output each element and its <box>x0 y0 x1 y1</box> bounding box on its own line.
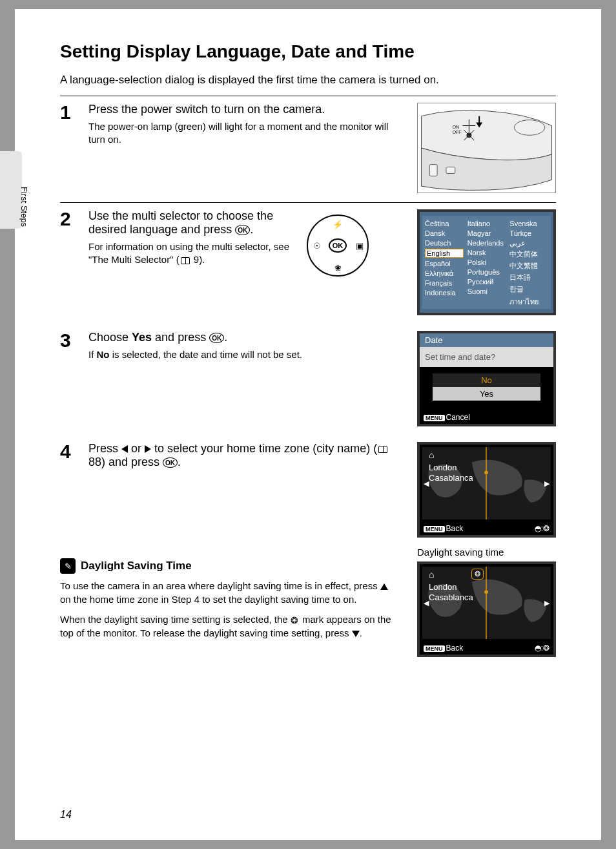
map-footer-right: ◓:❂ <box>535 644 549 653</box>
ok-button-illustration: OK <box>329 238 347 253</box>
right-arrow-icon <box>145 445 151 453</box>
map-footer-left: MENUBack <box>424 644 463 653</box>
text: 88) and press <box>88 456 163 468</box>
note-paragraph: When the daylight saving time setting is… <box>60 613 396 640</box>
book-icon <box>378 446 387 453</box>
page-number: 14 <box>60 809 72 821</box>
multi-selector-illustration: ⚡ ❀ ☉ ▣ OK <box>307 215 369 277</box>
text: To use the camera in an area where dayli… <box>60 580 380 591</box>
text: . <box>360 627 362 638</box>
left-arrow-icon: ◀ <box>424 599 429 607</box>
lang-item: Svenska <box>509 220 548 227</box>
macro-icon: ❀ <box>334 263 342 273</box>
dst-section: ✎ Daylight Saving Time To use the camera… <box>60 547 556 657</box>
lang-item: Dansk <box>425 229 464 237</box>
step-number: 4 <box>60 442 77 461</box>
lang-item: عربي <box>509 239 548 247</box>
text: and press <box>152 331 209 344</box>
step-title: Use the multi selector to choose the des… <box>88 209 295 236</box>
menu-badge: MENU <box>424 645 445 652</box>
text: Press <box>88 442 121 455</box>
cancel-label: Cancel <box>446 413 470 422</box>
lang-item: Türkçe <box>509 229 548 237</box>
dialog-footer: MENUCancel <box>424 413 470 422</box>
text: If <box>88 349 97 360</box>
step-detail: The power-on lamp (green) will light for… <box>88 120 406 147</box>
camera-illustration: ON OFF <box>417 103 556 193</box>
lang-item: Indonesia <box>425 289 464 297</box>
step-title: Press the power switch to turn on the ca… <box>88 103 406 116</box>
section-tab <box>0 151 22 229</box>
timezone-location: London Casablanca <box>429 463 473 484</box>
left-arrow-icon <box>121 445 128 453</box>
svg-point-9 <box>484 470 488 474</box>
text: on the home time zone in Step 4 to set t… <box>60 594 356 605</box>
dst-mark-icon <box>291 616 300 625</box>
text: or <box>128 442 145 455</box>
timezone-map-screen: ⌂ London Casablanca ◀ ▶ MENUBack ◓:❂ <box>417 442 556 538</box>
text: Choose <box>88 331 132 344</box>
svg-point-3 <box>514 120 544 136</box>
lang-item: 日本語 <box>509 273 548 282</box>
lang-item: Čeština <box>425 220 464 227</box>
location-line: London <box>429 463 473 473</box>
lang-item: Deutsch <box>425 239 464 247</box>
lang-col-1: Čeština Dansk Deutsch English Español Ελ… <box>425 220 464 308</box>
intro-text: A language-selection dialog is displayed… <box>60 74 556 87</box>
svg-rect-1 <box>429 165 437 176</box>
text: . <box>224 331 227 344</box>
step-4: 4 Press or to select your home time zone… <box>60 435 556 547</box>
ok-icon: OK <box>235 225 250 235</box>
exposure-icon: ▣ <box>356 241 364 251</box>
language-screen: Čeština Dansk Deutsch English Español Ελ… <box>417 209 556 315</box>
up-arrow-icon <box>380 583 388 590</box>
manual-page: First Steps Setting Display Language, Da… <box>15 9 601 840</box>
step-title: Choose Yes and press OK. <box>88 331 406 344</box>
lang-item: 한글 <box>509 284 548 294</box>
date-dialog-screen: Date Set time and date? No Yes MENUCance… <box>417 331 556 426</box>
lang-item: 中文简体 <box>509 249 548 259</box>
lang-item: Português <box>467 268 506 276</box>
menu-badge: MENU <box>424 526 445 532</box>
lang-item: Ελληνικά <box>425 269 464 277</box>
step-number: 1 <box>60 103 77 122</box>
option-no: No <box>433 373 540 387</box>
option-yes: Yes <box>433 387 540 401</box>
dialog-header: Date <box>420 333 553 347</box>
location-line: Casablanca <box>429 592 473 603</box>
section-label: First Steps <box>19 187 29 227</box>
location-line: London <box>429 582 473 592</box>
lang-item: Magyar <box>467 229 506 237</box>
lang-item: Italiano <box>467 220 506 227</box>
back-label: Back <box>446 644 464 653</box>
location-line: Casablanca <box>429 473 473 483</box>
note-title: Daylight Saving Time <box>81 560 192 572</box>
step-number: 3 <box>60 331 77 350</box>
lang-item: Français <box>425 279 464 287</box>
right-arrow-icon: ▶ <box>544 599 549 607</box>
book-icon <box>181 257 190 264</box>
step-1: 1 Press the power switch to turn on the … <box>60 96 556 202</box>
lang-item: Nederlands <box>467 239 506 247</box>
text: to select your home time zone (city name… <box>151 442 377 455</box>
map-footer-right: ◓:❂ <box>535 524 549 533</box>
home-icon: ⌂ <box>429 569 434 580</box>
lang-col-2: Italiano Magyar Nederlands Norsk Polski … <box>467 220 506 308</box>
step-detail: If No is selected, the date and time wil… <box>88 348 406 361</box>
ok-icon: OK <box>209 333 224 343</box>
lang-item: Polski <box>467 258 506 266</box>
map-footer-left: MENUBack <box>424 524 463 533</box>
right-arrow-icon: ▶ <box>544 479 549 488</box>
step-title: Press or to select your home time zone (… <box>88 442 406 469</box>
svg-text:OFF: OFF <box>453 130 462 134</box>
note-header: ✎ Daylight Saving Time <box>60 558 408 574</box>
note-paragraph: To use the camera in an area where dayli… <box>60 579 396 606</box>
lang-item: Español <box>425 260 464 267</box>
lang-item: Русский <box>467 278 506 286</box>
lang-item: Norsk <box>467 249 506 257</box>
timezone-location: London Casablanca <box>429 582 473 603</box>
flash-icon: ⚡ <box>333 220 343 229</box>
lang-item: 中文繁體 <box>509 261 548 271</box>
page-title: Setting Display Language, Date and Time <box>60 41 556 62</box>
step-3: 3 Choose Yes and press OK. If No is sele… <box>60 324 556 435</box>
